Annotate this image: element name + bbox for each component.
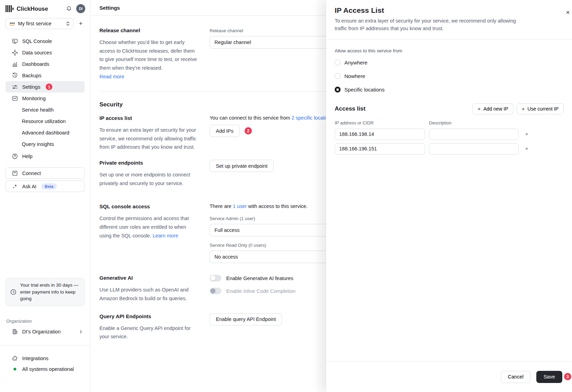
generative-ai-toggle[interactable] xyxy=(210,275,221,281)
query-api-heading: Query API Endpoints xyxy=(99,313,210,319)
sidebar-item-label: Monitoring xyxy=(22,96,46,101)
ip-access-list-drawer: IP Access List × To ensure an extra laye… xyxy=(326,0,572,392)
add-service-button[interactable]: + xyxy=(76,19,85,28)
sidebar-item-advanced-dashboard[interactable]: Advanced dashboard xyxy=(6,127,85,138)
service-selector-row: aws My first service + xyxy=(0,17,90,29)
connect-button[interactable]: Connect xyxy=(6,167,85,179)
trial-notice-text: Your trial ends in 30 days — enter payme… xyxy=(20,282,80,302)
system-status-item[interactable]: All systems operational xyxy=(6,365,85,373)
sidebar-item-label: Resource utilization xyxy=(22,119,66,124)
sparkles-icon xyxy=(12,183,18,190)
private-endpoints-description: Set up one or more endpoints to connect … xyxy=(99,171,198,188)
sidebar-item-monitoring[interactable]: Monitoring xyxy=(6,93,85,104)
learn-more-link[interactable]: Learn more xyxy=(152,233,178,238)
sidebar-item-label: Dashboards xyxy=(22,61,49,67)
drawer-footer: Cancel Save 3 xyxy=(326,361,572,392)
service-selector[interactable]: aws My first service xyxy=(6,18,73,29)
chevron-updown-icon xyxy=(66,21,70,26)
access-list-heading: Access list xyxy=(335,105,472,112)
sidebar-item-label: Data sources xyxy=(22,50,52,55)
integrations-item[interactable]: Integrations xyxy=(6,354,85,363)
clock-icon xyxy=(10,289,17,295)
sql-access-status-text: There are xyxy=(210,203,231,209)
remove-row-icon[interactable]: × xyxy=(522,146,531,151)
radio-specific-locations-icon xyxy=(335,87,341,93)
help-icon xyxy=(12,153,18,159)
sidebar-item-query-insights[interactable]: Query insights xyxy=(6,138,85,150)
allow-access-label: Allow access to this service from xyxy=(335,48,564,53)
radio-anywhere-icon xyxy=(335,60,341,66)
description-input[interactable] xyxy=(429,129,519,140)
integrations-label: Integrations xyxy=(22,356,49,361)
read-more-link[interactable]: Read more xyxy=(99,74,124,79)
sql-console-access-heading: SQL console access xyxy=(99,203,210,209)
chevron-right-icon: › xyxy=(80,328,82,336)
sidebar-item-resource-utilization[interactable]: Resource utilization xyxy=(6,115,85,127)
save-button[interactable]: Save xyxy=(536,371,562,383)
sidebar-item-settings[interactable]: Settings 1 xyxy=(6,81,85,93)
close-icon[interactable]: × xyxy=(564,8,572,17)
sidebar-item-data-sources[interactable]: Data sources xyxy=(6,47,85,58)
user-avatar[interactable]: DI xyxy=(76,4,85,13)
settings-icon xyxy=(12,84,18,90)
ip-input[interactable] xyxy=(335,129,425,140)
plus-icon: + xyxy=(477,106,481,112)
page-title: Settings xyxy=(99,5,120,11)
sidebar-item-sql-console[interactable]: SQL Console xyxy=(6,35,85,47)
radio-nowhere[interactable]: Nowhere xyxy=(335,72,564,80)
clickhouse-logo-icon xyxy=(6,5,14,12)
setup-private-endpoint-button[interactable]: Set up private endpoint xyxy=(210,160,274,172)
sidebar-item-backups[interactable]: Backups xyxy=(6,70,85,81)
puzzle-icon xyxy=(12,355,18,361)
radio-specific-locations[interactable]: Specific locations xyxy=(335,86,564,94)
organization-item[interactable]: DI’s Organization › xyxy=(6,327,85,336)
aws-icon: aws xyxy=(9,21,15,26)
sidebar-item-help[interactable]: Help xyxy=(6,150,85,162)
ip-input[interactable] xyxy=(335,143,425,155)
sidebar-item-label: Help xyxy=(22,154,33,159)
drawer-title: IP Access List xyxy=(335,6,564,15)
sidebar-bottom: Your trial ends in 30 days — enter payme… xyxy=(0,278,90,392)
cancel-button[interactable]: Cancel xyxy=(501,371,530,383)
add-ips-button[interactable]: Add IPs xyxy=(210,125,240,137)
inline-completion-toggle[interactable] xyxy=(210,288,221,294)
ip-access-status-text: You can connect to this service from xyxy=(210,115,290,121)
ip-access-heading: IP access list xyxy=(99,115,210,121)
add-new-ip-button[interactable]: + Add new IP xyxy=(472,103,513,114)
monitoring-icon xyxy=(12,95,18,102)
service-name: My first service xyxy=(18,21,63,26)
sidebar-item-dashboards[interactable]: Dashboards xyxy=(6,58,85,70)
enable-query-api-button[interactable]: Enable query API Endpoint xyxy=(210,313,282,325)
sidebar-header: ClickHouse DI xyxy=(0,0,90,17)
sidebar-item-service-health[interactable]: Service health xyxy=(6,104,85,115)
building-icon xyxy=(12,329,18,335)
radio-anywhere[interactable]: Anywhere xyxy=(335,59,564,67)
svg-text:aws: aws xyxy=(10,21,15,25)
user-count-link[interactable]: 1 user xyxy=(233,203,247,209)
organization-section-label: Organization xyxy=(6,319,85,324)
description-input[interactable] xyxy=(429,143,519,155)
remove-row-icon[interactable]: × xyxy=(522,131,531,137)
organization-name: DI’s Organization xyxy=(22,329,76,334)
sidebar-divider xyxy=(0,345,90,346)
sidebar-item-label: SQL Console xyxy=(22,38,52,44)
sidebar-item-label: Query insights xyxy=(22,141,54,147)
release-channel-description: Choose whether you’d like to get early a… xyxy=(99,40,197,71)
ip-access-description: To ensure an extra layer of security for… xyxy=(99,126,198,151)
service-readonly-value: No access xyxy=(214,254,238,260)
backups-icon xyxy=(12,72,18,79)
generative-ai-heading: Generative AI xyxy=(99,275,210,281)
description-column-header: Description xyxy=(429,120,519,125)
notifications-button[interactable] xyxy=(64,4,73,13)
access-list-header: Access list + Add new IP + Use current I… xyxy=(335,103,564,114)
connect-label: Connect xyxy=(22,171,41,176)
release-channel-value: Regular channel xyxy=(214,40,251,45)
status-ok-icon xyxy=(14,368,16,371)
ask-ai-button[interactable]: Ask AI Beta xyxy=(6,181,85,192)
radio-nowhere-label: Nowhere xyxy=(344,73,365,79)
data-sources-icon xyxy=(12,50,18,56)
generative-ai-description: Use LLM providers such as OpenAI and Ama… xyxy=(99,286,198,303)
sql-access-status-suffix: with access to this service. xyxy=(248,203,308,209)
sidebar-item-label: Settings xyxy=(22,84,40,90)
use-current-ip-button[interactable]: + Use current IP xyxy=(517,103,564,114)
